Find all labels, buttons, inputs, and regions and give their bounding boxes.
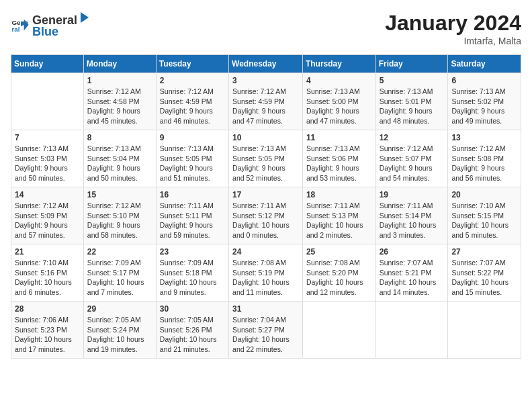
- day-number: 18: [306, 190, 372, 199]
- day-number: 21: [15, 247, 80, 257]
- calendar-cell: 29Sunrise: 7:05 AMSunset: 5:24 PMDayligh…: [83, 302, 156, 359]
- header-thursday: Thursday: [302, 55, 375, 73]
- calendar-cell: 3Sunrise: 7:12 AMSunset: 4:59 PMDaylight…: [229, 73, 303, 130]
- calendar-week-row: 7Sunrise: 7:13 AMSunset: 5:03 PMDaylight…: [11, 130, 521, 187]
- day-info: Sunrise: 7:13 AMSunset: 5:01 PMDaylight:…: [380, 87, 445, 126]
- day-info: Sunrise: 7:07 AMSunset: 5:22 PMDaylight:…: [451, 258, 517, 298]
- calendar-cell: 6Sunrise: 7:13 AMSunset: 5:02 PMDaylight…: [448, 73, 521, 130]
- svg-text:▶: ▶: [21, 20, 26, 27]
- calendar-cell: 14Sunrise: 7:12 AMSunset: 5:09 PMDayligh…: [11, 187, 84, 244]
- calendar-cell: [11, 73, 84, 130]
- day-info: Sunrise: 7:13 AMSunset: 5:03 PMDaylight:…: [15, 144, 80, 183]
- calendar-cell: 15Sunrise: 7:12 AMSunset: 5:10 PMDayligh…: [83, 187, 156, 244]
- day-number: 5: [380, 76, 445, 85]
- day-info: Sunrise: 7:12 AMSunset: 5:09 PMDaylight:…: [15, 201, 80, 240]
- day-number: 15: [87, 190, 152, 199]
- day-number: 2: [160, 76, 225, 85]
- day-number: 30: [160, 304, 225, 314]
- day-info: Sunrise: 7:13 AMSunset: 5:02 PMDaylight:…: [451, 87, 517, 126]
- day-info: Sunrise: 7:11 AMSunset: 5:13 PMDaylight:…: [306, 201, 372, 240]
- calendar-cell: 26Sunrise: 7:07 AMSunset: 5:21 PMDayligh…: [375, 244, 448, 302]
- day-number: 31: [232, 304, 299, 314]
- header-sunday: Sunday: [11, 55, 84, 73]
- day-info: Sunrise: 7:07 AMSunset: 5:21 PMDaylight:…: [380, 258, 445, 298]
- calendar-cell: [302, 302, 375, 359]
- day-number: 14: [15, 190, 80, 199]
- day-number: 4: [306, 76, 372, 85]
- day-info: Sunrise: 7:12 AMSunset: 4:58 PMDaylight:…: [87, 87, 152, 126]
- page-header: Gene ral ▶ General Blue January 2024 Imt…: [11, 11, 521, 46]
- location-label: Imtarfa, Malta: [385, 36, 521, 46]
- calendar-cell: 13Sunrise: 7:12 AMSunset: 5:08 PMDayligh…: [448, 130, 521, 187]
- day-info: Sunrise: 7:12 AMSunset: 5:10 PMDaylight:…: [87, 201, 152, 240]
- calendar-cell: 1Sunrise: 7:12 AMSunset: 4:58 PMDaylight…: [83, 73, 156, 130]
- header-saturday: Saturday: [448, 55, 521, 73]
- calendar-cell: 25Sunrise: 7:08 AMSunset: 5:20 PMDayligh…: [302, 244, 375, 302]
- day-number: 22: [87, 247, 152, 257]
- calendar-cell: 11Sunrise: 7:13 AMSunset: 5:06 PMDayligh…: [302, 130, 375, 187]
- day-info: Sunrise: 7:13 AMSunset: 5:04 PMDaylight:…: [87, 144, 152, 183]
- day-number: 11: [306, 133, 372, 142]
- calendar-week-row: 21Sunrise: 7:10 AMSunset: 5:16 PMDayligh…: [11, 244, 521, 302]
- day-number: 1: [87, 76, 152, 85]
- calendar-cell: 28Sunrise: 7:06 AMSunset: 5:23 PMDayligh…: [11, 302, 84, 359]
- day-info: Sunrise: 7:12 AMSunset: 5:07 PMDaylight:…: [380, 144, 445, 183]
- day-info: Sunrise: 7:05 AMSunset: 5:26 PMDaylight:…: [160, 315, 225, 355]
- logo-icon: Gene ral ▶: [11, 15, 30, 34]
- calendar-cell: 27Sunrise: 7:07 AMSunset: 5:22 PMDayligh…: [448, 244, 521, 302]
- calendar-cell: 23Sunrise: 7:09 AMSunset: 5:18 PMDayligh…: [156, 244, 228, 302]
- day-number: 6: [451, 76, 517, 85]
- calendar-cell: 4Sunrise: 7:13 AMSunset: 5:00 PMDaylight…: [302, 73, 375, 130]
- title-block: January 2024 Imtarfa, Malta: [385, 11, 521, 46]
- calendar-cell: 2Sunrise: 7:12 AMSunset: 4:59 PMDaylight…: [156, 73, 228, 130]
- day-info: Sunrise: 7:11 AMSunset: 5:11 PMDaylight:…: [160, 201, 225, 240]
- calendar-cell: 30Sunrise: 7:05 AMSunset: 5:26 PMDayligh…: [156, 302, 228, 359]
- day-info: Sunrise: 7:09 AMSunset: 5:17 PMDaylight:…: [87, 258, 152, 298]
- calendar-cell: 8Sunrise: 7:13 AMSunset: 5:04 PMDaylight…: [83, 130, 156, 187]
- day-number: 13: [451, 133, 517, 142]
- calendar-cell: 12Sunrise: 7:12 AMSunset: 5:07 PMDayligh…: [375, 130, 448, 187]
- calendar-week-row: 14Sunrise: 7:12 AMSunset: 5:09 PMDayligh…: [11, 187, 521, 244]
- day-number: 29: [87, 304, 152, 314]
- calendar-body: 1Sunrise: 7:12 AMSunset: 4:58 PMDaylight…: [11, 73, 521, 359]
- day-info: Sunrise: 7:12 AMSunset: 4:59 PMDaylight:…: [160, 87, 225, 126]
- calendar-cell: 19Sunrise: 7:11 AMSunset: 5:14 PMDayligh…: [375, 187, 448, 244]
- day-number: 19: [380, 190, 445, 199]
- day-info: Sunrise: 7:11 AMSunset: 5:12 PMDaylight:…: [232, 201, 299, 240]
- day-number: 27: [451, 247, 517, 257]
- day-info: Sunrise: 7:12 AMSunset: 5:08 PMDaylight:…: [451, 144, 517, 183]
- calendar-header-row: SundayMondayTuesdayWednesdayThursdayFrid…: [11, 55, 521, 73]
- day-info: Sunrise: 7:06 AMSunset: 5:23 PMDaylight:…: [15, 315, 80, 355]
- calendar-cell: 17Sunrise: 7:11 AMSunset: 5:12 PMDayligh…: [229, 187, 303, 244]
- calendar-cell: 10Sunrise: 7:13 AMSunset: 5:05 PMDayligh…: [229, 130, 303, 187]
- header-wednesday: Wednesday: [229, 55, 303, 73]
- day-number: 9: [160, 133, 225, 142]
- day-info: Sunrise: 7:09 AMSunset: 5:18 PMDaylight:…: [160, 258, 225, 298]
- month-title: January 2024: [385, 11, 521, 36]
- day-info: Sunrise: 7:10 AMSunset: 5:15 PMDaylight:…: [451, 201, 517, 240]
- logo-arrow-icon: [78, 11, 91, 24]
- svg-text:ral: ral: [11, 26, 19, 33]
- day-info: Sunrise: 7:08 AMSunset: 5:19 PMDaylight:…: [232, 258, 299, 298]
- day-info: Sunrise: 7:12 AMSunset: 4:59 PMDaylight:…: [232, 87, 299, 126]
- day-info: Sunrise: 7:13 AMSunset: 5:05 PMDaylight:…: [232, 144, 299, 183]
- header-friday: Friday: [375, 55, 448, 73]
- calendar-week-row: 28Sunrise: 7:06 AMSunset: 5:23 PMDayligh…: [11, 302, 521, 359]
- calendar-cell: 20Sunrise: 7:10 AMSunset: 5:15 PMDayligh…: [448, 187, 521, 244]
- calendar-cell: [375, 302, 448, 359]
- day-info: Sunrise: 7:05 AMSunset: 5:24 PMDaylight:…: [87, 315, 152, 355]
- header-monday: Monday: [83, 55, 156, 73]
- calendar-cell: 9Sunrise: 7:13 AMSunset: 5:05 PMDaylight…: [156, 130, 228, 187]
- day-number: 8: [87, 133, 152, 142]
- calendar-cell: [448, 302, 521, 359]
- calendar-cell: 24Sunrise: 7:08 AMSunset: 5:19 PMDayligh…: [229, 244, 303, 302]
- day-info: Sunrise: 7:13 AMSunset: 5:06 PMDaylight:…: [306, 144, 372, 183]
- day-number: 10: [232, 133, 299, 142]
- day-number: 12: [380, 133, 445, 142]
- calendar-table: SundayMondayTuesdayWednesdayThursdayFrid…: [11, 54, 521, 359]
- header-tuesday: Tuesday: [156, 55, 228, 73]
- day-number: 26: [380, 247, 445, 257]
- logo: Gene ral ▶ General Blue: [11, 11, 92, 39]
- day-number: 16: [160, 190, 225, 199]
- calendar-cell: 31Sunrise: 7:04 AMSunset: 5:27 PMDayligh…: [229, 302, 303, 359]
